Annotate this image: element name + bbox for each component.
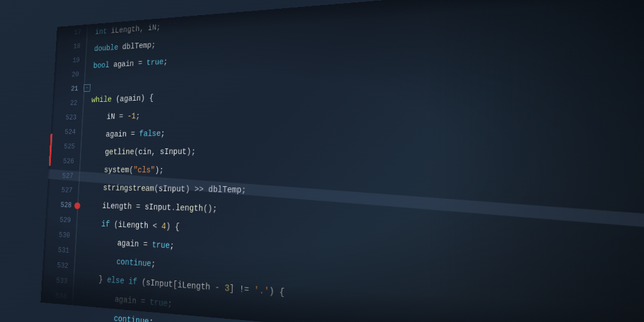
line-number-532: 532 xyxy=(42,257,74,274)
line-number-18: 18 xyxy=(55,38,86,55)
line-number-523: 523 xyxy=(51,110,82,125)
line-number-524: 524 xyxy=(50,125,82,140)
line-number-21: 21 − xyxy=(53,81,84,97)
line-number-525: 525 xyxy=(50,139,81,154)
line-number-527: 527 xyxy=(48,169,79,184)
editor-container: 17 18 19 20 21 − 22 523 524 525 526 527 … xyxy=(0,0,644,322)
line-number-22: 22 xyxy=(52,96,84,111)
line-number-530: 530 xyxy=(44,227,76,243)
code-view: 17 18 19 20 21 − 22 523 524 525 526 527 … xyxy=(40,0,644,322)
line-number-534: 534 xyxy=(40,287,72,306)
line-number-528: 528 xyxy=(46,197,77,213)
code-area: int iLength, iN; double dblTemp; bool ag… xyxy=(73,0,644,322)
line-number-527b: 527 xyxy=(47,183,78,198)
line-number-526: 526 xyxy=(48,153,80,168)
line-number-531: 531 xyxy=(43,242,75,259)
line-number-20: 20 xyxy=(54,67,85,82)
line-number-529: 529 xyxy=(45,212,77,228)
line-number-19: 19 xyxy=(55,53,86,69)
